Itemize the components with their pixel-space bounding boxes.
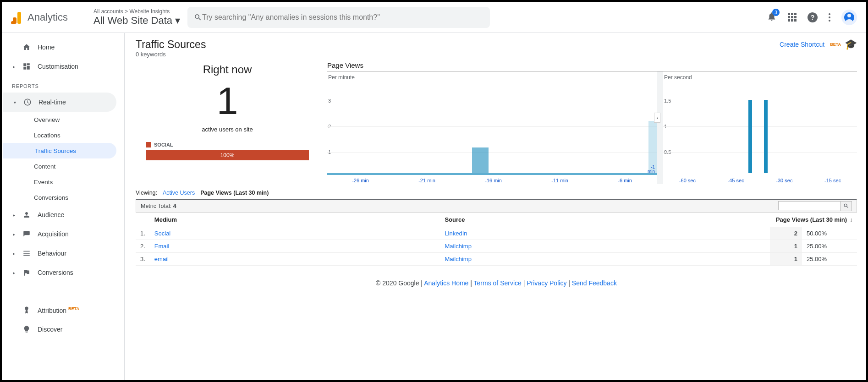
nav-label: Acquisition (38, 230, 69, 238)
subnav-content[interactable]: Content (2, 158, 124, 174)
subnav-conversions[interactable]: Conversions (2, 190, 124, 205)
page-footer: © 2020 Google | Analytics Home | Terms o… (136, 266, 857, 300)
subnav-traffic-sources[interactable]: Traffic Sources (3, 143, 116, 158)
search-input[interactable] (202, 13, 483, 22)
apps-icon[interactable] (788, 13, 797, 22)
nav-conversions[interactable]: ▸ Conversions (2, 263, 124, 282)
cell-source[interactable]: Mailchimp (440, 253, 770, 266)
subnav-events[interactable]: Events (2, 174, 124, 190)
home-icon (22, 43, 31, 52)
help-icon[interactable]: ? (808, 12, 818, 22)
expand-icon: ▸ (12, 251, 16, 256)
col-metric[interactable]: Page Views (Last 30 min)↓ (770, 213, 857, 227)
xtick-minus1: -1min (648, 165, 655, 174)
main-content: Traffic Sources 0 keywords Create Shortc… (125, 33, 866, 380)
nav-label: Audience (38, 211, 64, 218)
footer-link-privacy[interactable]: Privacy Policy (527, 279, 566, 287)
subnav-locations[interactable]: Locations (2, 127, 124, 143)
collapse-icon: ▾ (13, 100, 16, 105)
chart-divider-handle[interactable]: › (654, 113, 660, 123)
footer-link-feedback[interactable]: Send Feedback (572, 279, 617, 287)
nav-home[interactable]: Home (2, 38, 124, 57)
cell-source[interactable]: Mailchimp (440, 240, 770, 253)
product-logo[interactable]: Analytics (11, 11, 84, 24)
nav-customisation[interactable]: ▸ Customisation (2, 57, 124, 76)
footer-link-tos[interactable]: Terms of Service (474, 279, 522, 287)
nav-label: AttributionBETA (38, 306, 79, 314)
dropdown-icon: ▾ (175, 15, 180, 27)
table-row[interactable]: 2. Email Mailchimp 1 25.00% (136, 240, 857, 253)
dashboard-icon (22, 62, 31, 71)
tab-active-users[interactable]: Active Users (163, 190, 195, 196)
nav-acquisition[interactable]: ▸ Acquisition (2, 224, 124, 244)
chart-label-second: Per second (664, 74, 692, 81)
account-selected: All Web Site Data (93, 15, 172, 27)
expand-icon: ▸ (12, 64, 16, 69)
viewing-label: Viewing: (136, 190, 157, 196)
nav-attribution[interactable]: AttributionBETA (2, 300, 124, 320)
clock-icon (23, 98, 32, 107)
nav-label: Discover (38, 326, 62, 333)
table-search-button[interactable] (840, 201, 852, 211)
footer-link-home[interactable]: Analytics Home (424, 279, 468, 287)
charts-title: Page Views (327, 61, 857, 69)
nav-label: Real-time (38, 98, 66, 106)
notifications-button[interactable]: 3 (767, 11, 777, 23)
education-icon[interactable]: 🎓 (845, 38, 857, 50)
bar-sec-b (764, 100, 768, 173)
chart-per-minute: Per minute 3 2 1 -1min -26 min -2 (327, 71, 657, 184)
nav-label: Conversions (38, 269, 73, 276)
account-breadcrumb: All accounts > Website Insights (93, 8, 180, 15)
subnav-overview[interactable]: Overview (2, 112, 124, 127)
search-icon (843, 203, 849, 209)
table-row[interactable]: 1. Social LinkedIn 2 50.00% (136, 227, 857, 240)
right-now-panel: Right now 1 active users on site SOCIAL … (136, 61, 319, 184)
cell-medium[interactable]: email (150, 253, 440, 266)
chart-label-minute: Per minute (328, 74, 355, 81)
metric-total-value: 4 (173, 203, 176, 209)
sidebar: Home ▸ Customisation REPORTS ▾ Real-time… (2, 33, 125, 380)
expand-icon: ▸ (12, 213, 16, 218)
footer-copyright: © 2020 Google (376, 279, 419, 287)
col-medium[interactable]: Medium (150, 213, 440, 227)
nav-realtime[interactable]: ▾ Real-time (3, 93, 116, 112)
flag-icon (22, 268, 31, 277)
topbar-actions: 3 ? (767, 10, 857, 25)
behaviour-icon (22, 249, 31, 258)
metric-bar: Metric Total: 4 (136, 199, 857, 213)
page-subtitle: 0 keywords (136, 51, 206, 58)
expand-icon: ▸ (12, 270, 16, 275)
bar-sec-a (748, 100, 752, 173)
bar-minute-16 (472, 147, 489, 173)
cell-medium[interactable]: Email (150, 240, 440, 253)
pageviews-charts: Page Views Per minute 3 2 1 -1min (327, 61, 857, 184)
nav-label: Home (38, 44, 55, 51)
nav-behaviour[interactable]: ▸ Behaviour (2, 244, 124, 263)
search-icon (194, 13, 202, 22)
product-name: Analytics (27, 11, 68, 23)
table-filter-input[interactable] (778, 201, 841, 210)
nav-discover[interactable]: Discover (2, 320, 124, 339)
sort-desc-icon: ↓ (850, 217, 852, 223)
overflow-menu-icon[interactable] (829, 16, 830, 18)
table-row[interactable]: 3. email Mailchimp 1 25.00% (136, 253, 857, 266)
active-users-count: 1 (136, 79, 319, 123)
page-title: Traffic Sources (136, 38, 206, 51)
analytics-logo-icon (11, 11, 24, 24)
tab-pageviews[interactable]: Page Views (Last 30 min) (200, 190, 269, 196)
notif-badge: 3 (772, 9, 780, 16)
legend-social: SOCIAL (146, 142, 319, 147)
search-bar[interactable] (187, 7, 490, 28)
col-source[interactable]: Source (440, 213, 770, 227)
nav-label: Behaviour (38, 250, 66, 257)
cell-medium[interactable]: Social (150, 227, 440, 240)
nav-audience[interactable]: ▸ Audience (2, 205, 124, 224)
chart-per-second: Per second 1.5 1 0.5 -60 sec -45 sec -30… (657, 71, 857, 184)
bulb-icon (22, 325, 31, 334)
create-shortcut-link[interactable]: Create ShortcutBETA 🎓 (780, 38, 857, 50)
cell-source[interactable]: LinkedIn (440, 227, 770, 240)
account-selector[interactable]: All accounts > Website Insights All Web … (93, 8, 180, 27)
account-avatar[interactable] (841, 10, 857, 25)
nav-section-reports: REPORTS (2, 76, 124, 93)
social-share-bar: 100% (146, 150, 309, 160)
